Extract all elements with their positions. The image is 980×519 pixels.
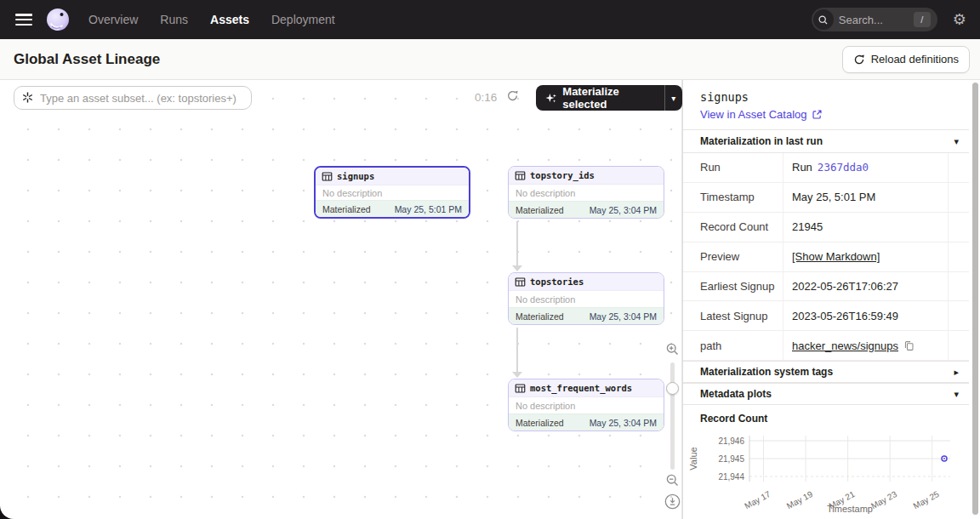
svg-text:21,945: 21,945 (718, 454, 744, 464)
zoom-slider-track[interactable] (670, 362, 675, 470)
zoom-slider-handle[interactable] (666, 382, 679, 395)
refresh-graph-icon[interactable] (506, 89, 519, 102)
page-title: Global Asset Lineage (14, 51, 160, 68)
svg-text:May 23: May 23 (869, 489, 899, 510)
nav-item-overview[interactable]: Overview (88, 13, 138, 26)
section-materialization-last-run[interactable]: Materialization in last run ▾ (683, 129, 969, 153)
asset-name: topstory_ids (530, 170, 595, 180)
main-area: 0:16 Materialize selected ▾ (0, 80, 980, 519)
view-in-asset-catalog-link[interactable]: View in Asset Catalog (700, 108, 823, 121)
refresh-timer: 0:16 (475, 91, 497, 104)
zoom-in-button[interactable] (665, 342, 680, 356)
run-id-link[interactable]: 2367dda0 (818, 161, 869, 174)
table-row: Latest Signup 2023-05-26T16:59:49 (683, 301, 969, 331)
edge-arrowhead (512, 372, 522, 378)
asset-details-sidebar: signups View in Asset Catalog Materializ… (682, 80, 980, 519)
asset-description: No description (509, 185, 664, 201)
nav-items: Overview Runs Assets Deployment (88, 13, 335, 26)
reload-definitions-button[interactable]: Reload definitions (842, 46, 970, 73)
nav-item-deployment[interactable]: Deployment (271, 13, 335, 26)
asset-status: Materialized (516, 205, 564, 215)
svg-text:May 19: May 19 (785, 489, 815, 510)
row-label: Record Count (683, 220, 783, 233)
nav-item-runs[interactable]: Runs (160, 13, 188, 26)
materialize-selected-button[interactable]: Materialize selected ▾ (536, 85, 682, 111)
table-icon (515, 170, 526, 181)
row-label: path (683, 339, 783, 352)
row-label: Timestamp (683, 191, 783, 203)
edge-topstory-ids-to-topstories (516, 221, 518, 265)
chevron-down-icon: ▾ (954, 136, 959, 147)
asset-name: topstories (530, 277, 584, 287)
svg-text:21,946: 21,946 (718, 436, 744, 446)
svg-text:May 25: May 25 (912, 489, 942, 510)
hamburger-menu-icon[interactable] (15, 14, 32, 26)
materialize-dropdown-caret[interactable]: ▾ (664, 85, 683, 111)
table-row: Earliest Signup 2022-05-26T17:06:27 (683, 272, 969, 302)
asset-timestamp: May 25, 3:04 PM (590, 205, 657, 215)
svg-text:May 17: May 17 (743, 489, 772, 510)
asset-node-topstory-ids[interactable]: topstory_ids No description Materialized… (508, 166, 664, 219)
download-graph-button[interactable] (664, 493, 681, 510)
show-markdown-link[interactable]: [Show Markdown] (792, 250, 880, 263)
path-link[interactable]: hacker_news/signups (792, 339, 898, 352)
table-row: Preview [Show Markdown] (683, 242, 969, 272)
asset-node-most-frequent-words[interactable]: most_frequent_words No description Mater… (508, 379, 664, 431)
zoom-out-button[interactable] (665, 473, 680, 488)
asset-description: No description (509, 397, 664, 413)
search-input[interactable] (839, 14, 910, 26)
external-link-icon (812, 109, 823, 120)
asset-node-signups[interactable]: signups No description Materialized May … (314, 166, 470, 219)
svg-text:21,944: 21,944 (718, 472, 744, 482)
page-header: Global Asset Lineage Reload definitions (0, 39, 980, 80)
search-shortcut-badge: / (914, 12, 931, 27)
row-label: Preview (683, 250, 783, 263)
svg-text:Timestamp: Timestamp (827, 504, 873, 514)
op-selector-icon (21, 91, 34, 104)
asset-timestamp: May 25, 5:01 PM (395, 204, 462, 214)
table-icon (515, 277, 526, 288)
nav-item-assets[interactable]: Assets (210, 13, 249, 26)
asset-description: No description (316, 185, 469, 200)
asset-status: Materialized (322, 204, 371, 214)
asset-name: signups (337, 171, 374, 181)
dagster-logo-icon[interactable] (46, 8, 70, 31)
asset-timestamp: May 25, 3:04 PM (590, 311, 657, 322)
sidebar-asset-name: signups (700, 90, 749, 104)
record-count-plot-heading: Record Count (700, 413, 767, 425)
settings-gear-icon[interactable]: ⚙ (953, 12, 966, 27)
chevron-right-icon: ▸ (954, 367, 959, 378)
row-label: Earliest Signup (683, 280, 783, 293)
sparkle-icon (545, 92, 556, 105)
asset-description: No description (509, 291, 664, 307)
table-row: Run Run2367dda0 (683, 153, 969, 183)
row-label: Latest Signup (683, 310, 783, 322)
asset-timestamp: May 25, 3:04 PM (590, 418, 657, 428)
row-label: Run (683, 161, 783, 174)
table-row: Record Count 21945 (683, 213, 969, 242)
svg-text:Value: Value (688, 447, 698, 470)
asset-name: most_frequent_words (530, 383, 632, 393)
table-icon (515, 383, 526, 394)
copy-icon[interactable] (903, 340, 914, 351)
edge-arrowhead (512, 265, 522, 271)
record-count-chart: May 17May 19May 21May 23May 2521,94621,9… (688, 427, 974, 517)
section-materialization-system-tags[interactable]: Materialization system tags ▸ (683, 361, 969, 383)
asset-graph-panel: 0:16 Materialize selected ▾ (0, 80, 682, 519)
section-metadata-plots[interactable]: Metadata plots ▾ (683, 383, 969, 405)
table-row: Timestamp May 25, 5:01 PM (683, 183, 969, 213)
table-icon (322, 171, 333, 182)
search-icon (813, 9, 834, 30)
asset-status: Materialized (516, 311, 564, 322)
last-run-metadata-table: Run Run2367dda0 Timestamp May 25, 5:01 P… (683, 153, 969, 361)
asset-status: Materialized (516, 418, 564, 428)
asset-node-topstories[interactable]: topstories No description Materialized M… (508, 272, 664, 325)
chevron-down-icon: ▾ (954, 389, 959, 400)
top-nav: Overview Runs Assets Deployment / ⚙ (0, 0, 980, 39)
table-row: path hacker_news/signups (683, 331, 969, 361)
edge-topstories-to-most-frequent-words (516, 328, 518, 372)
refresh-icon (853, 54, 865, 66)
search-box[interactable]: / (812, 8, 937, 31)
asset-subset-input[interactable] (14, 86, 252, 110)
sidebar-scrollbar[interactable] (972, 83, 978, 515)
